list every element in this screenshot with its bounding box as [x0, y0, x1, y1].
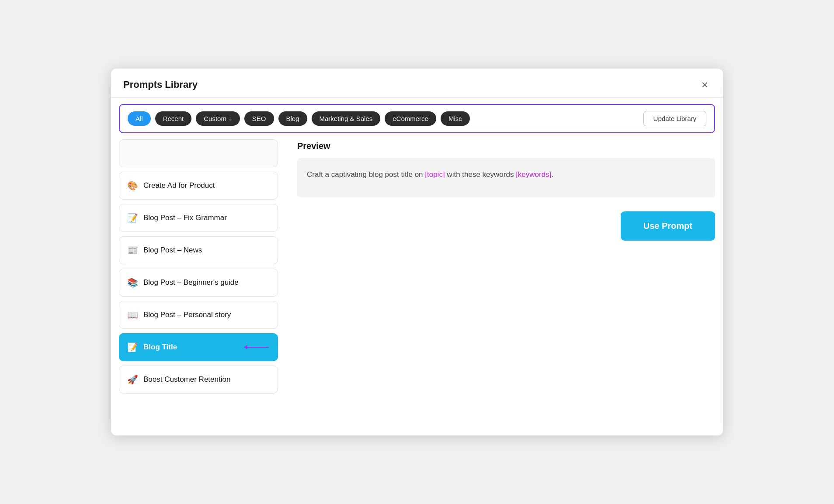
- prompt-label-news: Blog Post – News: [143, 246, 202, 255]
- preview-keyword2: [keywords]: [516, 170, 551, 179]
- prompt-item-news[interactable]: 📰Blog Post – News: [119, 236, 278, 264]
- filter-tab-recent[interactable]: Recent: [155, 111, 192, 126]
- prompt-icon-beginners-guide: 📚: [127, 277, 138, 288]
- prompt-icon-boost-retention: 🚀: [127, 374, 138, 385]
- preview-text-middle: with these keywords: [445, 170, 516, 179]
- filter-tab-all[interactable]: All: [128, 111, 151, 126]
- prompt-label-blog-title: Blog Title: [143, 343, 177, 352]
- prompt-icon-news: 📰: [127, 245, 138, 255]
- filter-tab-blog[interactable]: Blog: [278, 111, 307, 126]
- prompt-item-blog-title[interactable]: 📝Blog Title: [119, 333, 278, 361]
- prompt-label-personal-story: Blog Post – Personal story: [143, 311, 231, 319]
- prompt-label-beginners-guide: Blog Post – Beginner's guide: [143, 278, 239, 287]
- filter-tab-ecommerce[interactable]: eCommerce: [385, 111, 436, 126]
- prompt-label-boost-retention: Boost Customer Retention: [143, 375, 230, 384]
- preview-content: Craft a captivating blog post title on […: [297, 158, 715, 197]
- prompt-item-fix-grammar[interactable]: 📝Blog Post – Fix Grammar: [119, 204, 278, 232]
- prompt-label-create-ad: Create Ad for Product: [143, 181, 215, 190]
- filter-bar: AllRecentCustom +SEOBlogMarketing & Sale…: [119, 104, 715, 133]
- preview-text-after: .: [551, 170, 553, 179]
- prompt-icon-fix-grammar: 📝: [127, 213, 138, 223]
- prompt-icon-personal-story: 📖: [127, 310, 138, 320]
- update-library-button[interactable]: Update Library: [643, 111, 706, 126]
- filter-tabs: AllRecentCustom +SEOBlogMarketing & Sale…: [128, 111, 470, 126]
- svg-marker-1: [244, 345, 247, 349]
- filter-tab-seo[interactable]: SEO: [244, 111, 274, 126]
- prompts-library-modal: Prompts Library × AllRecentCustom +SEOBl…: [111, 69, 723, 435]
- modal-body: 🎨Create Ad for Product📝Blog Post – Fix G…: [111, 139, 723, 428]
- use-prompt-button[interactable]: Use Prompt: [621, 211, 715, 241]
- filter-tab-misc[interactable]: Misc: [441, 111, 470, 126]
- preview-text-before: Craft a captivating blog post title on: [307, 170, 425, 179]
- preview-title: Preview: [297, 141, 715, 151]
- prompt-icon-create-ad: 🎨: [127, 180, 138, 191]
- preview-panel: Preview Craft a captivating blog post ti…: [285, 139, 715, 420]
- prompt-item-personal-story[interactable]: 📖Blog Post – Personal story: [119, 301, 278, 329]
- prompt-item-create-ad[interactable]: 🎨Create Ad for Product: [119, 172, 278, 200]
- prompt-label-fix-grammar: Blog Post – Fix Grammar: [143, 214, 227, 222]
- preview-keyword1: [topic]: [425, 170, 445, 179]
- prompt-item-beginners-guide[interactable]: 📚Blog Post – Beginner's guide: [119, 269, 278, 297]
- filter-tab-custom[interactable]: Custom +: [196, 111, 240, 126]
- close-button[interactable]: ×: [699, 78, 711, 91]
- filter-tab-marketing[interactable]: Marketing & Sales: [312, 111, 381, 126]
- selected-arrow-icon: [243, 343, 270, 352]
- modal-header: Prompts Library ×: [111, 69, 723, 98]
- prompt-list: 🎨Create Ad for Product📝Blog Post – Fix G…: [119, 139, 285, 420]
- prompt-item-above: [119, 139, 278, 167]
- prompt-item-boost-retention[interactable]: 🚀Boost Customer Retention: [119, 366, 278, 394]
- prompt-icon-blog-title: 📝: [127, 342, 138, 352]
- modal-title: Prompts Library: [123, 79, 198, 90]
